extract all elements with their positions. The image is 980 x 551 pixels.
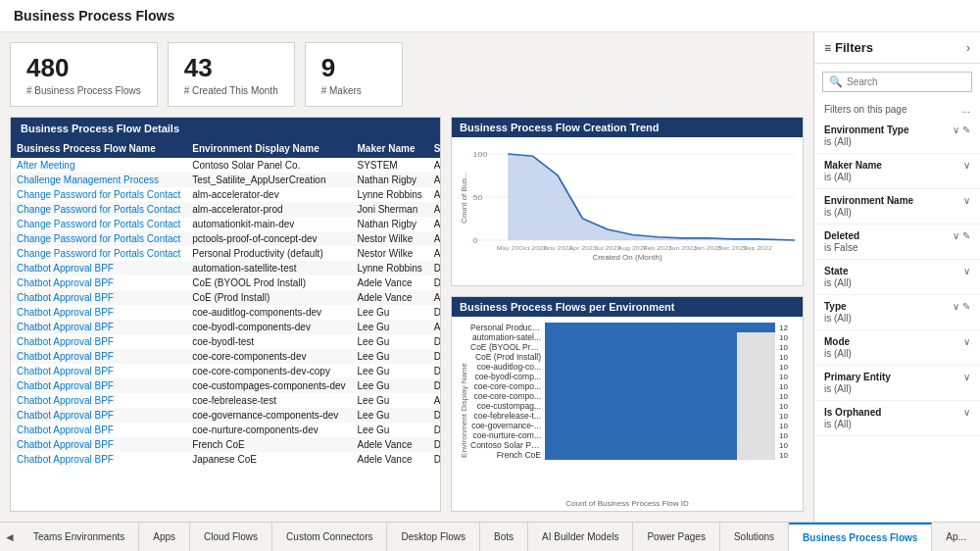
tab-nav-left[interactable]: ◄: [0, 523, 20, 551]
cell-env: Test_Satilite_AppUserCreation: [186, 173, 351, 187]
filter-edit-icon[interactable]: ✎: [962, 230, 970, 241]
table-row[interactable]: Chatbot Approval BPF coe-byodl-component…: [11, 320, 440, 334]
bar-fill: [545, 440, 737, 450]
table-row[interactable]: Chatbot Approval BPF coe-auditlog-compon…: [11, 305, 440, 320]
bar-track: [545, 430, 775, 440]
table-row[interactable]: Change Password for Portals Contact auto…: [11, 217, 440, 231]
filter-chevron-icon[interactable]: ∨: [963, 160, 970, 171]
cell-env: French CoE: [186, 437, 351, 452]
filter-search-input[interactable]: [847, 76, 971, 87]
filter-chevron-icon[interactable]: ∨: [953, 230, 959, 241]
filter-chevron-icon[interactable]: ∨: [963, 407, 970, 418]
filter-chevron-icon[interactable]: ∨: [953, 125, 959, 135]
cell-maker: Lynne Robbins: [352, 187, 428, 202]
bar-row: Contoso Solar Pa... 10: [470, 440, 795, 450]
tab-business-process-flows[interactable]: Business Process Flows: [789, 523, 932, 551]
bar-label: coe-auditlog-co...: [470, 362, 541, 372]
table-row[interactable]: Chatbot Approval BPF coe-byodl-test Lee …: [11, 334, 440, 349]
filter-chevron-icon[interactable]: ∨: [963, 372, 970, 382]
tab-power-pages[interactable]: Power Pages: [633, 523, 719, 551]
bar-track: [545, 352, 775, 362]
table-row[interactable]: Change Password for Portals Contact Pers…: [11, 246, 440, 261]
table-row[interactable]: Change Password for Portals Contact pcto…: [11, 231, 440, 246]
bar-row: CoE (BYOOL Pro... 10: [470, 342, 795, 352]
filter-chevron-icon[interactable]: ∨: [963, 336, 970, 347]
filter-item-5[interactable]: Type ∨ ✎ is (All): [814, 295, 980, 330]
page-header: Business Process Flows: [0, 0, 980, 32]
filter-item-1[interactable]: Maker Name ∨ is (All): [814, 154, 980, 189]
tab-apps[interactable]: Apps: [139, 523, 190, 551]
filter-chevron-icon[interactable]: ∨: [963, 266, 970, 276]
tab-desktop-flows[interactable]: Desktop Flows: [387, 523, 480, 551]
bar-x-label: Count of Business Process Flow ID: [460, 499, 795, 508]
filter-close-icon[interactable]: ›: [966, 41, 970, 55]
cell-state: Activated: [428, 393, 440, 408]
filter-item-controls[interactable]: ∨ ✎: [953, 230, 970, 241]
filter-item-header: Type ∨ ✎: [824, 301, 970, 312]
bar-fill: [545, 421, 737, 430]
bar-value: 10: [779, 402, 795, 411]
tab-cloud-flows[interactable]: Cloud Flows: [190, 523, 272, 551]
table-row[interactable]: Chatbot Approval BPF coe-core-components…: [11, 349, 440, 364]
filter-search-box[interactable]: 🔍: [822, 72, 972, 92]
filter-item-controls[interactable]: ∨: [963, 195, 970, 206]
filter-item-controls[interactable]: ∨ ✎: [953, 301, 970, 312]
table-row[interactable]: Chatbot Approval BPF coe-custompages-com…: [11, 378, 440, 393]
filter-header: ≡ Filters ›: [814, 32, 980, 64]
filter-item-8[interactable]: Is Orphaned ∨ is (All): [814, 401, 980, 436]
bar-row: coe-byodl-comp... 10: [470, 372, 795, 381]
filter-item-0[interactable]: Environment Type ∨ ✎ is (All): [814, 119, 980, 154]
tab-solutions[interactable]: Solutions: [720, 523, 789, 551]
table-row[interactable]: Chatbot Approval BPF coe-core-components…: [11, 364, 440, 378]
bar-value: 12: [779, 324, 795, 332]
table-row[interactable]: Challenge Management Process Test_Satili…: [11, 173, 440, 187]
filter-item-controls[interactable]: ∨: [963, 336, 970, 347]
filter-item-controls[interactable]: ∨: [963, 266, 970, 276]
table-row[interactable]: Chatbot Approval BPF CoE (BYOOL Prod Ins…: [11, 276, 440, 290]
filter-chevron-icon[interactable]: ∨: [953, 301, 959, 312]
filter-item-controls[interactable]: ∨: [963, 372, 970, 382]
cell-env: CoE (BYOOL Prod Install): [186, 276, 351, 290]
table-row[interactable]: Chatbot Approval BPF coe-governance-comp…: [11, 408, 440, 423]
filter-item-2[interactable]: Environment Name ∨ is (All): [814, 189, 980, 225]
bar-row: CoE (Prod Install) 10: [470, 352, 795, 362]
table-row[interactable]: Change Password for Portals Contact alm-…: [11, 187, 440, 202]
tab-ai-builder-models[interactable]: AI Builder Models: [528, 523, 633, 551]
filter-item-4[interactable]: State ∨ is (All): [814, 260, 980, 295]
tab-teams-environments[interactable]: Teams Environments: [20, 523, 139, 551]
table-row[interactable]: Chatbot Approval BPF French CoE Adele Va…: [11, 437, 440, 452]
cell-state: Draft: [428, 305, 440, 320]
bar-fill: [545, 323, 775, 332]
filter-item-controls[interactable]: ∨: [963, 160, 970, 171]
filter-item-6[interactable]: Mode ∨ is (All): [814, 330, 980, 366]
filter-edit-icon[interactable]: ✎: [962, 125, 970, 135]
table-row[interactable]: Chatbot Approval BPF automation-satellit…: [11, 261, 440, 276]
tab-bots[interactable]: Bots: [480, 523, 528, 551]
table-row[interactable]: Chatbot Approval BPF coe-febrelease-test…: [11, 393, 440, 408]
bar-label: coe-core-compo...: [470, 381, 541, 391]
table-row[interactable]: Chatbot Approval BPF coe-nurture-compone…: [11, 423, 440, 437]
filter-edit-icon[interactable]: ✎: [962, 301, 970, 312]
table-row[interactable]: Chatbot Approval BPF CoE (Prod Install) …: [11, 290, 440, 305]
cell-state: Draft: [428, 364, 440, 378]
bar-label: coe-core-compo...: [470, 391, 541, 401]
filter-chevron-icon[interactable]: ∨: [963, 195, 970, 206]
bar-fill: [545, 362, 737, 372]
bar-label: CoE (BYOOL Pro...: [470, 342, 541, 352]
filter-item-controls[interactable]: ∨: [963, 407, 970, 418]
cell-env: coe-nurture-components-dev: [186, 423, 351, 437]
cell-state: Activated: [428, 320, 440, 334]
filter-item-7[interactable]: Primary Entity ∨ is (All): [814, 366, 980, 401]
filter-item-header: Deleted ∨ ✎: [824, 230, 970, 241]
bar-row: coe-governance-... 10: [470, 421, 795, 430]
bar-track: [545, 372, 775, 381]
tab-ap...[interactable]: Ap...: [932, 523, 980, 551]
table-row[interactable]: Change Password for Portals Contact alm-…: [11, 202, 440, 217]
table-row[interactable]: After Meeting Contoso Solar Panel Co. SY…: [11, 158, 440, 173]
filter-item-3[interactable]: Deleted ∨ ✎ is False: [814, 225, 980, 260]
cell-name: Change Password for Portals Contact: [11, 217, 186, 231]
filter-item-controls[interactable]: ∨ ✎: [953, 125, 970, 135]
bar-label: coe-febrelease-t...: [470, 411, 541, 421]
tab-custom-connectors[interactable]: Custom Connectors: [272, 523, 387, 551]
table-row[interactable]: Chatbot Approval BPF Japanese CoE Adele …: [11, 452, 440, 467]
